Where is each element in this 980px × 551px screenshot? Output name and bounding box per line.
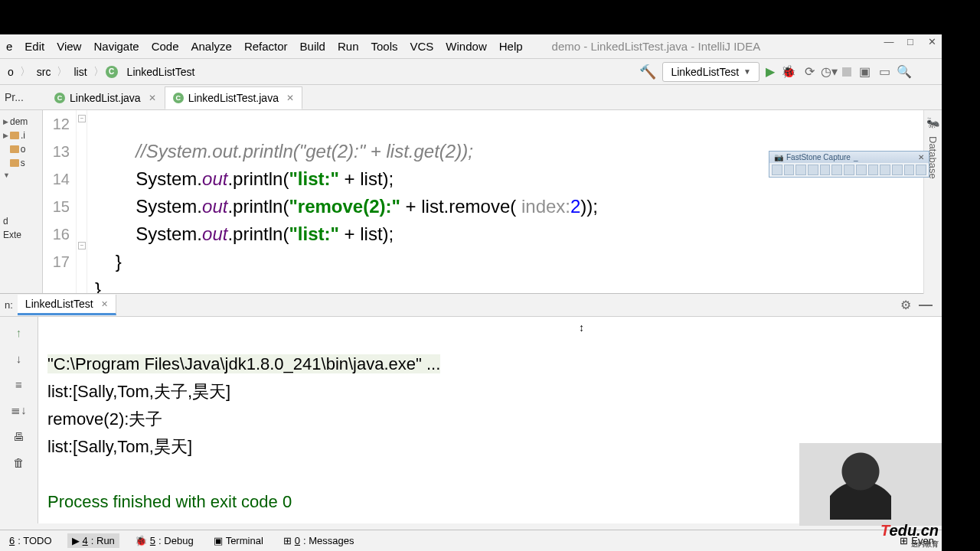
menu-code[interactable]: Code	[145, 37, 185, 56]
tree-node[interactable]: d	[3, 216, 8, 227]
menu-run[interactable]: Run	[332, 37, 365, 56]
fsc-btn[interactable]	[916, 165, 926, 175]
class-icon: C	[173, 93, 184, 103]
breadcrumb-src[interactable]: src	[32, 64, 56, 80]
menu-analyze[interactable]: Analyze	[185, 37, 238, 56]
menu-vcs[interactable]: VCS	[404, 37, 440, 56]
status-messages[interactable]: ⊞ 0: Messages	[279, 533, 359, 548]
minimize-panel-icon[interactable]: —	[919, 297, 933, 313]
coverage-icon[interactable]: ⟳	[802, 65, 816, 79]
resize-cursor-icon: ↕	[579, 314, 584, 341]
code-area[interactable]: //System.out.println("get(2):" + list.ge…	[87, 110, 933, 293]
fsc-btn[interactable]	[868, 165, 879, 175]
tree-node[interactable]: Exte	[3, 230, 21, 240]
breadcrumb-list[interactable]: list	[69, 64, 91, 80]
class-icon: C	[54, 93, 65, 103]
close-tab-icon[interactable]: ✕	[149, 93, 156, 103]
menu-build[interactable]: Build	[294, 37, 332, 56]
status-debug[interactable]: 🐞 5: Debug	[130, 533, 198, 548]
fsc-buttons	[769, 163, 929, 177]
class-icon: C	[106, 66, 118, 78]
layout-icon[interactable]: ≡	[11, 377, 27, 392]
faststone-capture-toolbar[interactable]: 📷FastStone Capture_✕	[769, 151, 929, 178]
fsc-btn[interactable]	[820, 165, 831, 175]
menu-file[interactable]: e	[0, 37, 18, 56]
breadcrumb: o〉 src〉 list〉 C LinkedListTest	[3, 64, 199, 80]
fold-column[interactable]: − −	[77, 110, 87, 293]
breadcrumb-demo[interactable]: o	[3, 64, 18, 80]
status-todo[interactable]: 66: TODO: TODO	[5, 533, 57, 548]
minimize-icon[interactable]: —	[884, 36, 894, 47]
export-icon[interactable]: ≣↓	[11, 403, 27, 418]
fsc-btn[interactable]	[772, 165, 782, 175]
person-silhouette	[830, 451, 891, 520]
fsc-btn[interactable]	[831, 165, 842, 175]
menu-bar: e Edit View Navigate Code Analyze Refact…	[0, 34, 942, 59]
fsc-close-icon[interactable]: ✕	[918, 153, 924, 161]
project-tree[interactable]: ▶dem ▶.i o s ▼ d Exte	[0, 110, 43, 293]
tree-node[interactable]: s	[21, 158, 25, 168]
fsc-btn[interactable]	[795, 165, 806, 175]
project-tool-label[interactable]: Pr...	[0, 88, 28, 106]
menu-window[interactable]: Window	[439, 37, 492, 56]
console-line: Process finished with exit code 0	[47, 492, 292, 511]
menu-tools[interactable]: Tools	[364, 37, 403, 56]
run-config-label: LinkedListTest	[671, 66, 739, 78]
console-line: "C:\Program Files\Java\jdk1.8.0_241\bin\…	[47, 354, 440, 373]
menu-view[interactable]: View	[51, 37, 87, 56]
structure-icon[interactable]: ▭	[877, 65, 891, 79]
debug-button[interactable]: 🐞	[781, 64, 796, 79]
close-icon[interactable]: ✕	[926, 36, 937, 47]
menu-navigate[interactable]: Navigate	[87, 37, 145, 56]
fsc-btn[interactable]	[904, 165, 915, 175]
rerun-icon[interactable]: ↑	[11, 324, 27, 340]
menu-help[interactable]: Help	[493, 37, 529, 56]
close-run-tab-icon[interactable]: ✕	[101, 299, 108, 309]
stop-button[interactable]	[842, 67, 851, 77]
print-icon[interactable]: 🖶	[11, 429, 27, 444]
trash-icon[interactable]: 🗑	[11, 455, 27, 470]
fsc-btn[interactable]	[808, 165, 818, 175]
fsc-btn[interactable]	[844, 165, 854, 175]
ant-icon[interactable]: 🐜	[926, 116, 939, 129]
status-bar: 66: TODO: TODO ▶ 4: Run 🐞 5: Debug ▣ Ter…	[0, 530, 942, 551]
console-line: list:[Sally,Tom,昊天]	[47, 437, 192, 456]
breadcrumb-class[interactable]: LinkedListTest	[122, 64, 200, 80]
run-tab[interactable]: LinkedListTest ✕	[18, 295, 116, 315]
maximize-icon[interactable]: □	[905, 36, 916, 47]
status-terminal[interactable]: ▣ Terminal	[209, 533, 268, 548]
build-icon[interactable]: 🔨	[639, 64, 656, 80]
tree-node[interactable]: .i	[21, 130, 25, 141]
profiler-icon[interactable]: ◷▾	[822, 65, 836, 79]
menu-edit[interactable]: Edit	[18, 37, 51, 56]
fsc-btn[interactable]	[892, 165, 903, 175]
line-gutter: 121314151617	[43, 110, 77, 293]
status-run[interactable]: ▶ 4: Run	[67, 533, 119, 548]
tree-node[interactable]: o	[21, 144, 26, 155]
run-config-selector[interactable]: LinkedListTest ▼	[662, 62, 760, 82]
console-line: list:[Sally,Tom,夫子,昊天]	[47, 382, 230, 401]
tab-linkedlist[interactable]: C LinkedList.java ✕	[46, 86, 165, 109]
stop-icon[interactable]: ↓	[11, 350, 27, 366]
gear-icon[interactable]: ⚙	[900, 298, 911, 312]
fsc-btn[interactable]	[880, 165, 890, 175]
menu-refactor[interactable]: Refactor	[238, 37, 294, 56]
tab-linkedlisttest[interactable]: C LinkedListTest.java ✕	[165, 86, 302, 109]
git-icon[interactable]: ▣	[858, 65, 871, 79]
search-icon[interactable]: 🔍	[897, 65, 911, 79]
code-editor[interactable]: ▶dem ▶.i o s ▼ d Exte 121314151617 − − /…	[0, 109, 942, 293]
run-tab-label: LinkedListTest	[25, 298, 93, 310]
chevron-down-icon: ▼	[743, 67, 751, 76]
fsc-min-icon[interactable]: _	[854, 153, 858, 161]
tedu-logo: Tedu.cn 达内教育	[880, 522, 939, 549]
fsc-btn[interactable]	[856, 165, 867, 175]
tree-node[interactable]: dem	[10, 116, 28, 127]
window-title: demo - LinkedListTest.java - IntelliJ ID…	[552, 40, 761, 53]
fsc-btn[interactable]	[784, 165, 795, 175]
camera-icon: 📷	[774, 153, 783, 161]
run-button[interactable]: ▶	[766, 64, 775, 79]
webcam-overlay	[799, 443, 942, 526]
close-tab-icon[interactable]: ✕	[286, 93, 294, 103]
navigation-toolbar: o〉 src〉 list〉 C LinkedListTest 🔨 LinkedL…	[0, 59, 942, 85]
editor-tabs: C LinkedList.java ✕ C LinkedListTest.jav…	[0, 85, 942, 109]
